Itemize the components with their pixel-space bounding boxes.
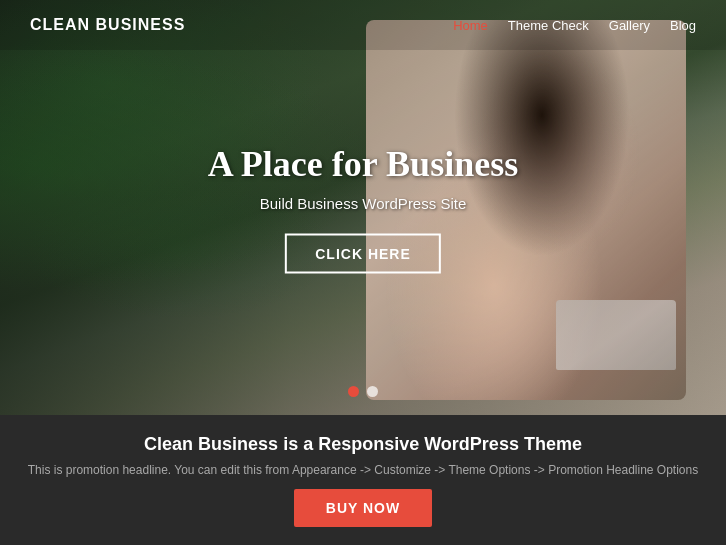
slider-dot-2[interactable] bbox=[367, 386, 378, 397]
hero-cta-button[interactable]: CLICK HERE bbox=[285, 233, 441, 273]
hero-section: A Place for Business Build Business Word… bbox=[0, 0, 726, 415]
nav: Home Theme Check Gallery Blog bbox=[453, 18, 696, 33]
hero-title: A Place for Business bbox=[208, 142, 518, 184]
slider-dots bbox=[348, 386, 378, 397]
buy-now-button[interactable]: BUY NOW bbox=[294, 489, 432, 527]
promo-subtitle: This is promotion headline. You can edit… bbox=[28, 463, 698, 477]
hero-content: A Place for Business Build Business Word… bbox=[208, 142, 518, 273]
logo: CLEAN BUSINESS bbox=[30, 16, 185, 34]
nav-item-theme-check[interactable]: Theme Check bbox=[508, 18, 589, 33]
nav-item-home[interactable]: Home bbox=[453, 18, 488, 33]
hero-subtitle: Build Business WordPress Site bbox=[208, 194, 518, 211]
bottom-section: Clean Business is a Responsive WordPress… bbox=[0, 415, 726, 545]
header: CLEAN BUSINESS Home Theme Check Gallery … bbox=[0, 0, 726, 50]
promo-title: Clean Business is a Responsive WordPress… bbox=[144, 434, 582, 455]
slider-dot-1[interactable] bbox=[348, 386, 359, 397]
nav-item-gallery[interactable]: Gallery bbox=[609, 18, 650, 33]
nav-item-blog[interactable]: Blog bbox=[670, 18, 696, 33]
